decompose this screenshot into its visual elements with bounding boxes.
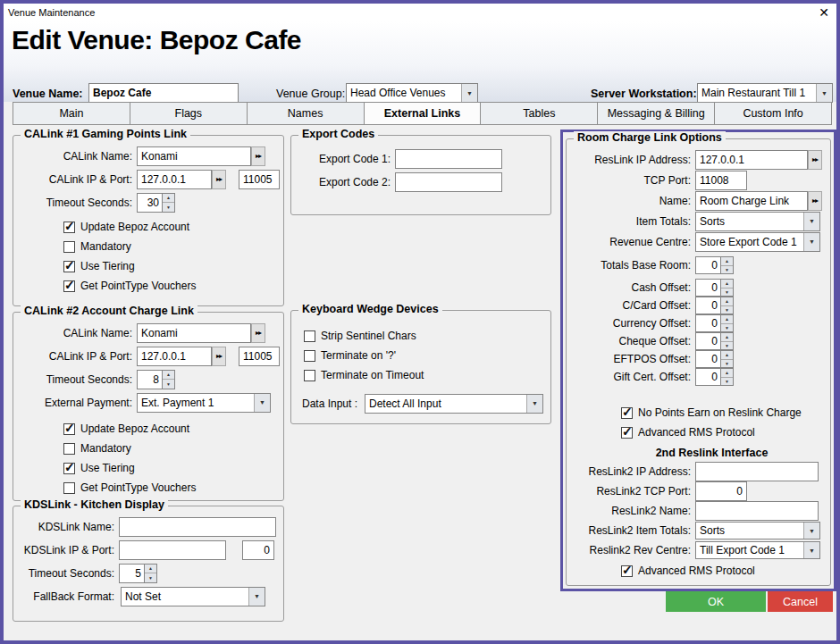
tab-main[interactable]: Main [13, 102, 130, 125]
currency-offset-spinner[interactable]: 0 ▲ ▼ [695, 314, 734, 332]
checkbox-icon[interactable] [304, 370, 315, 381]
calink1-timeout-spinner[interactable]: 30 ▲ ▼ [137, 193, 175, 213]
data-input-select[interactable]: Detect All Input ▼ [365, 394, 543, 414]
checkbox-icon[interactable] [304, 350, 315, 362]
lookup-more-icon[interactable]: ▸▸ [808, 150, 822, 170]
checkbox-mandatory[interactable]: Mandatory [63, 238, 278, 255]
kdslink-name-input[interactable] [119, 517, 276, 537]
checkbox-mandatory[interactable]: Mandatory [63, 439, 278, 457]
checkbox-icon[interactable] [63, 261, 75, 272]
checkbox-get-pointtype-vouchers[interactable]: Get PointType Vouchers [63, 479, 278, 497]
checkbox-advanced-rms-protocol-2[interactable]: Advanced RMS Protocol [621, 562, 825, 580]
server-workstation-select[interactable]: Main Restaurant Till 1 ▼ [697, 83, 833, 103]
checkbox-advanced-rms-protocol[interactable]: Advanced RMS Protocol [621, 423, 825, 441]
kdslink-ip-input[interactable] [119, 540, 226, 560]
kdslink-port-input[interactable]: 0 [242, 540, 274, 560]
tab-tables[interactable]: Tables [480, 102, 598, 125]
reslink2-item-totals-select[interactable]: Sorts ▼ [695, 522, 820, 539]
spin-down-icon[interactable]: ▼ [721, 377, 733, 386]
spinner-value[interactable]: 5 [119, 564, 144, 583]
checkbox-icon[interactable] [63, 482, 75, 494]
reslink2-tcp-input[interactable]: 0 [695, 481, 747, 501]
revenue-centre-select[interactable]: Store Export Code 1 ▼ [695, 232, 820, 252]
calink1-name-input[interactable]: Konami [137, 146, 251, 166]
spinner-value[interactable]: 0 [695, 368, 720, 386]
item-totals-select[interactable]: Sorts ▼ [695, 212, 820, 231]
calink2-name-input[interactable]: Konami [137, 323, 251, 343]
lookup-more-icon[interactable]: ▸▸ [251, 323, 265, 343]
spin-up-icon[interactable]: ▲ [721, 369, 733, 377]
spin-down-icon[interactable]: ▼ [721, 359, 733, 368]
spin-down-icon[interactable]: ▼ [721, 323, 733, 332]
checkbox-icon[interactable] [304, 330, 315, 342]
checkbox-update-bepoz-account[interactable]: Update Bepoz Account [63, 420, 278, 438]
spin-up-icon[interactable]: ▲ [721, 315, 733, 323]
spinner-value[interactable]: 30 [137, 193, 162, 213]
fallback-format-select[interactable]: Not Set ▼ [121, 587, 265, 606]
tab-messaging-billing[interactable]: Messaging & Billing [597, 102, 715, 125]
spin-down-icon[interactable]: ▼ [721, 265, 733, 274]
lookup-more-icon[interactable]: ▸▸ [212, 170, 226, 189]
spin-down-icon[interactable]: ▼ [163, 202, 174, 212]
tab-names[interactable]: Names [247, 102, 365, 125]
reslink2-ip-input[interactable] [695, 462, 819, 481]
checkbox-icon[interactable] [63, 443, 75, 455]
spinner-value[interactable]: 0 [695, 350, 720, 368]
eftpos-offset-spinner[interactable]: 0 ▲ ▼ [695, 350, 734, 368]
cancel-button[interactable]: Cancel [768, 591, 833, 612]
ok-button[interactable]: OK [666, 591, 766, 612]
spin-down-icon[interactable]: ▼ [721, 341, 733, 350]
checkbox-icon[interactable] [621, 565, 633, 577]
checkbox-icon[interactable] [621, 407, 633, 419]
tab-custom-info[interactable]: Custom Info [714, 102, 832, 125]
tab-flags[interactable]: Flags [130, 102, 248, 125]
calink2-port-input[interactable]: 11005 [239, 347, 280, 366]
tab-external-links[interactable]: External Links [364, 102, 482, 125]
spin-up-icon[interactable]: ▲ [721, 333, 733, 341]
spinner-value[interactable]: 8 [137, 370, 162, 389]
checkbox-icon[interactable] [63, 280, 75, 292]
totals-base-room-spinner[interactable]: 0 ▲ ▼ [695, 256, 734, 274]
checkbox-use-tiering[interactable]: Use Tiering [63, 459, 278, 477]
lookup-more-icon[interactable]: ▸▸ [251, 146, 265, 166]
lookup-more-icon[interactable]: ▸▸ [808, 191, 822, 211]
kdslink-timeout-spinner[interactable]: 5 ▲ ▼ [119, 564, 157, 583]
spin-up-icon[interactable]: ▲ [721, 280, 733, 288]
spin-down-icon[interactable]: ▼ [145, 573, 156, 582]
spin-up-icon[interactable]: ▲ [721, 297, 733, 305]
checkbox-terminate-on-timeout[interactable]: Terminate on Timeout [304, 366, 545, 384]
checkbox-icon[interactable] [63, 222, 75, 233]
gift-cert-offset-spinner[interactable]: 0 ▲ ▼ [695, 368, 734, 386]
spin-up-icon[interactable]: ▲ [721, 257, 733, 265]
calink1-ip-input[interactable]: 127.0.0.1 [137, 170, 212, 189]
spinner-value[interactable]: 0 [695, 256, 720, 274]
checkbox-strip-sentinel-chars[interactable]: Strip Sentinel Chars [304, 327, 545, 345]
spin-up-icon[interactable]: ▲ [145, 565, 156, 573]
external-payment-select[interactable]: Ext. Payment 1 ▼ [137, 393, 271, 413]
calink1-port-input[interactable]: 11005 [239, 170, 280, 189]
checkbox-no-points-earn-reslink[interactable]: No Points Earn on Reslink Charge [621, 404, 825, 422]
checkbox-icon[interactable] [63, 241, 75, 253]
spinner-value[interactable]: 0 [695, 297, 720, 314]
spin-up-icon[interactable]: ▲ [163, 194, 174, 203]
checkbox-terminate-on-question[interactable]: Terminate on '?' [304, 347, 545, 364]
checkbox-use-tiering[interactable]: Use Tiering [63, 257, 278, 275]
spin-down-icon[interactable]: ▼ [721, 288, 733, 297]
ccard-offset-spinner[interactable]: 0 ▲ ▼ [695, 297, 734, 314]
cheque-offset-spinner[interactable]: 0 ▲ ▼ [695, 332, 734, 350]
venue-name-input[interactable]: Bepoz Cafe [88, 83, 239, 103]
checkbox-get-pointtype-vouchers[interactable]: Get PointType Vouchers [63, 277, 278, 295]
calink2-timeout-spinner[interactable]: 8 ▲ ▼ [137, 370, 175, 389]
close-icon[interactable]: ✕ [819, 6, 829, 19]
checkbox-icon[interactable] [621, 427, 633, 439]
spinner-value[interactable]: 0 [695, 332, 720, 350]
checkbox-icon[interactable] [63, 423, 75, 435]
reslink-name-input[interactable]: Room Charge Link [695, 191, 808, 211]
cash-offset-spinner[interactable]: 0 ▲ ▼ [695, 279, 734, 297]
spin-up-icon[interactable]: ▲ [163, 371, 174, 380]
calink2-ip-input[interactable]: 127.0.0.1 [137, 347, 212, 366]
reslink2-rev-centre-select[interactable]: Till Export Code 1 ▼ [695, 541, 820, 559]
checkbox-icon[interactable] [63, 463, 75, 474]
spin-down-icon[interactable]: ▼ [721, 305, 733, 314]
checkbox-update-bepoz-account[interactable]: Update Bepoz Account [63, 218, 278, 236]
